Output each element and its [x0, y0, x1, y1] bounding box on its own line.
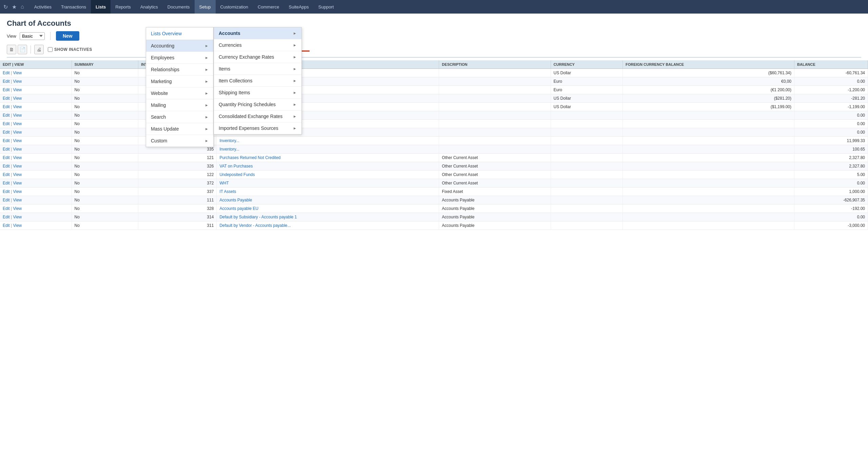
edit-view-cell[interactable]: Edit | View	[0, 111, 72, 120]
edit-view-cell[interactable]: Edit | View	[0, 86, 72, 94]
account-cell[interactable]: IT Assets	[217, 188, 439, 196]
account-cell[interactable]: Undeposited Funds	[217, 171, 439, 179]
lists-overview-item[interactable]: Lists Overview	[146, 27, 213, 40]
view-link[interactable]: View	[13, 198, 22, 202]
lists-menu-mass-update[interactable]: Mass Update ►	[146, 123, 213, 135]
account-cell[interactable]: Default by Subsidiary - Accounts payable…	[217, 213, 439, 221]
edit-view-cell[interactable]: Edit | View	[0, 171, 72, 179]
edit-link[interactable]: Edit	[3, 87, 10, 92]
view-link[interactable]: View	[13, 155, 22, 160]
nav-suiteapps[interactable]: SuiteApps	[284, 0, 314, 14]
nav-setup[interactable]: Setup	[195, 0, 216, 14]
edit-view-cell[interactable]: Edit | View	[0, 204, 72, 213]
lists-menu-custom[interactable]: Custom ►	[146, 135, 213, 147]
accounting-item-collections[interactable]: Item Collections ►	[214, 75, 301, 87]
edit-link[interactable]: Edit	[3, 113, 10, 118]
nav-support[interactable]: Support	[314, 0, 339, 14]
edit-view-cell[interactable]: Edit | View	[0, 69, 72, 77]
view-link[interactable]: View	[13, 223, 22, 228]
accounting-submenu[interactable]: Accounts ► Currencies ► Currency Exchang…	[214, 27, 302, 135]
view-link[interactable]: View	[13, 79, 22, 84]
edit-view-cell[interactable]: Edit | View	[0, 162, 72, 171]
account-link[interactable]: Inventory...	[219, 138, 239, 143]
nav-activities[interactable]: Activities	[29, 0, 56, 14]
nav-lists[interactable]: Lists	[91, 0, 111, 14]
edit-link[interactable]: Edit	[3, 172, 10, 177]
history-icon[interactable]: ↻	[3, 4, 8, 10]
view-select[interactable]: Basic Detailed	[20, 32, 45, 40]
view-link[interactable]: View	[13, 71, 22, 75]
nav-customization[interactable]: Customization	[216, 0, 253, 14]
csv-export-icon-button[interactable]: 📄	[18, 45, 27, 54]
view-link[interactable]: View	[13, 87, 22, 92]
lists-menu-employees[interactable]: Employees ►	[146, 52, 213, 64]
lists-menu-marketing[interactable]: Marketing ►	[146, 76, 213, 87]
lists-menu-relationships[interactable]: Relationships ►	[146, 64, 213, 76]
account-link[interactable]: Accounts payable EU	[219, 206, 258, 211]
view-link[interactable]: View	[13, 121, 22, 126]
new-button[interactable]: New	[56, 31, 79, 41]
edit-link[interactable]: Edit	[3, 215, 10, 219]
edit-link[interactable]: Edit	[3, 164, 10, 169]
accounting-currencies[interactable]: Currencies ►	[214, 39, 301, 51]
nav-reports[interactable]: Reports	[111, 0, 136, 14]
accounting-consolidated-exchange[interactable]: Consolidated Exchange Rates ►	[214, 111, 301, 122]
edit-link[interactable]: Edit	[3, 147, 10, 152]
account-cell[interactable]: VAT on Purchases	[217, 162, 439, 171]
accounting-imported-expenses[interactable]: Imported Expenses Sources ►	[214, 122, 301, 134]
edit-view-cell[interactable]: Edit | View	[0, 188, 72, 196]
edit-view-cell[interactable]: Edit | View	[0, 179, 72, 188]
nav-transactions[interactable]: Transactions	[56, 0, 91, 14]
view-link[interactable]: View	[13, 113, 22, 118]
edit-link[interactable]: Edit	[3, 79, 10, 84]
edit-link[interactable]: Edit	[3, 206, 10, 211]
edit-link[interactable]: Edit	[3, 198, 10, 202]
account-link[interactable]: IT Assets	[219, 189, 236, 194]
edit-link[interactable]: Edit	[3, 71, 10, 75]
account-link[interactable]: Purchases Returned Not Credited	[219, 155, 280, 160]
edit-view-cell[interactable]: Edit | View	[0, 221, 72, 230]
account-cell[interactable]: Default by Vendor - Accounts payable...	[217, 221, 439, 230]
account-link[interactable]: Inventory...	[219, 147, 239, 152]
view-link[interactable]: View	[13, 206, 22, 211]
edit-link[interactable]: Edit	[3, 138, 10, 143]
nav-analytics[interactable]: Analytics	[136, 0, 163, 14]
lists-menu-mailing[interactable]: Mailing ►	[146, 99, 213, 111]
home-icon[interactable]: ⌂	[21, 4, 24, 10]
account-cell[interactable]: Inventory...	[217, 145, 439, 154]
account-link[interactable]: Accounts Payable	[219, 198, 252, 202]
account-link[interactable]: Default by Subsidiary - Accounts payable…	[219, 215, 297, 219]
edit-link[interactable]: Edit	[3, 155, 10, 160]
edit-view-cell[interactable]: Edit | View	[0, 137, 72, 145]
view-link[interactable]: View	[13, 164, 22, 169]
account-cell[interactable]: Inventory...	[217, 137, 439, 145]
nav-documents[interactable]: Documents	[163, 0, 195, 14]
edit-link[interactable]: Edit	[3, 121, 10, 126]
accounting-shipping-items[interactable]: Shipping Items ►	[214, 87, 301, 99]
account-link[interactable]: WHT	[219, 181, 229, 185]
edit-view-cell[interactable]: Edit | View	[0, 145, 72, 154]
edit-view-cell[interactable]: Edit | View	[0, 77, 72, 86]
account-cell[interactable]: Accounts payable EU	[217, 204, 439, 213]
account-cell[interactable]: Accounts Payable	[217, 196, 439, 204]
lists-menu-search[interactable]: Search ►	[146, 111, 213, 123]
edit-link[interactable]: Edit	[3, 104, 10, 109]
view-link[interactable]: View	[13, 138, 22, 143]
edit-view-cell[interactable]: Edit | View	[0, 120, 72, 128]
show-inactives-checkbox[interactable]	[48, 47, 53, 52]
print-icon-button[interactable]: 🖨	[34, 45, 44, 54]
view-link[interactable]: View	[13, 130, 22, 135]
edit-view-cell[interactable]: Edit | View	[0, 154, 72, 162]
edit-link[interactable]: Edit	[3, 130, 10, 135]
edit-link[interactable]: Edit	[3, 96, 10, 101]
accounting-currency-exchange-rates[interactable]: Currency Exchange Rates ►	[214, 51, 301, 63]
lists-menu-website[interactable]: Website ►	[146, 87, 213, 99]
edit-view-cell[interactable]: Edit | View	[0, 128, 72, 137]
view-link[interactable]: View	[13, 215, 22, 219]
edit-view-cell[interactable]: Edit | View	[0, 213, 72, 221]
edit-link[interactable]: Edit	[3, 223, 10, 228]
view-link[interactable]: View	[13, 147, 22, 152]
account-link[interactable]: VAT on Purchases	[219, 164, 253, 169]
view-link[interactable]: View	[13, 181, 22, 185]
lists-menu[interactable]: Lists Overview Accounting ► Employees ► …	[146, 27, 214, 147]
